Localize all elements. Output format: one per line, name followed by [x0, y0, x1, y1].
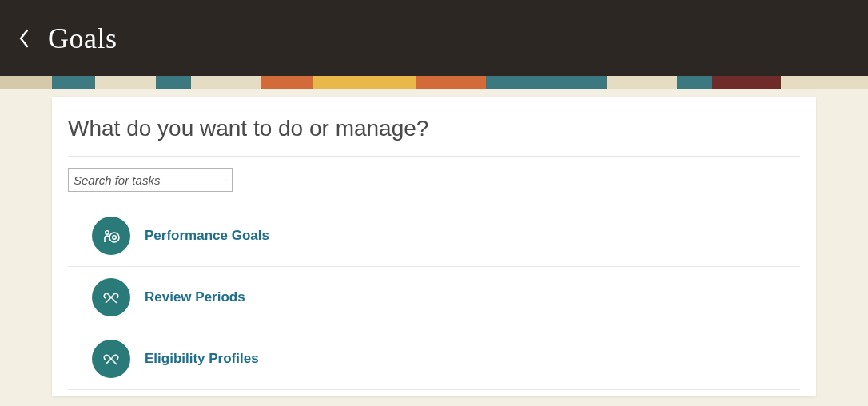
task-list: Performance Goals Review Periods: [68, 205, 800, 390]
svg-point-3: [113, 236, 116, 239]
card-heading: What do you want to do or manage?: [68, 116, 800, 157]
svg-point-4: [106, 231, 109, 234]
page-body: What do you want to do or manage?: [0, 89, 868, 406]
goals-icon: [92, 217, 130, 255]
chevron-left-icon: [17, 27, 31, 50]
search-row: [68, 157, 800, 205]
search-input[interactable]: [74, 173, 226, 187]
back-button[interactable]: [0, 0, 48, 76]
task-item-eligibility-profiles[interactable]: Eligibility Profiles: [68, 328, 800, 390]
search-icon: [226, 173, 227, 186]
tools-icon: [92, 340, 130, 378]
search-box[interactable]: [68, 168, 233, 192]
tools-icon: [92, 278, 130, 316]
task-label: Review Periods: [145, 289, 245, 305]
svg-point-0: [226, 180, 227, 181]
task-item-performance-goals[interactable]: Performance Goals: [68, 205, 800, 267]
task-item-review-periods[interactable]: Review Periods: [68, 267, 800, 328]
page-title: Goals: [48, 22, 117, 55]
task-label: Eligibility Profiles: [145, 351, 259, 367]
main-card: What do you want to do or manage?: [52, 97, 816, 396]
svg-point-2: [109, 233, 119, 242]
task-label: Performance Goals: [145, 228, 269, 244]
app-header: Goals: [0, 0, 868, 76]
banner-decoration: [0, 76, 868, 89]
